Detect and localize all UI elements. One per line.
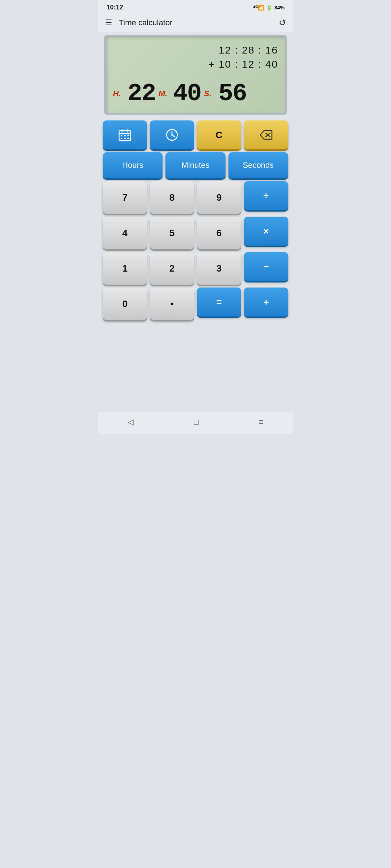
btn-add[interactable]: + — [244, 288, 288, 316]
svg-rect-7 — [121, 138, 122, 139]
status-bar: 10:12 ⁴ᴳ📶 🔋 84% — [98, 0, 293, 13]
svg-rect-6 — [127, 135, 129, 136]
home-nav-icon[interactable]: □ — [194, 417, 198, 427]
btn-multiply[interactable]: × — [244, 217, 288, 246]
calendar-icon — [118, 128, 131, 141]
seconds-label: Seconds — [243, 161, 274, 170]
history-icon[interactable]: ↺ — [279, 18, 286, 28]
svg-marker-14 — [260, 131, 272, 139]
minutes-label: M. — [159, 89, 170, 98]
btn-row-6: 0 • = + — [103, 288, 288, 320]
btn-4[interactable]: 4 — [103, 217, 147, 249]
btn-5[interactable]: 5 — [150, 217, 194, 249]
app-title: Time calculator — [119, 18, 279, 27]
seconds-value: 56 — [218, 81, 247, 106]
btn-0[interactable]: 0 — [103, 288, 147, 320]
backspace-button[interactable] — [244, 120, 288, 149]
btn-7[interactable]: 7 — [103, 181, 147, 214]
battery-percent: 84% — [274, 5, 285, 10]
clock-button[interactable] — [150, 120, 194, 149]
btn-equals[interactable]: = — [197, 288, 241, 316]
svg-rect-9 — [127, 138, 129, 139]
btn-row-5: 1 2 3 − — [103, 252, 288, 285]
btn-2[interactable]: 2 — [150, 252, 194, 285]
calculator-display: 12 : 28 : 16 + 10 : 12 : 40 H. 22 M. 40 … — [104, 35, 287, 115]
btn-row-2: Hours Minutes Seconds — [103, 152, 288, 178]
top-bar: ☰ Time calculator ↺ — [98, 13, 293, 32]
display-input-lines: 12 : 28 : 16 + 10 : 12 : 40 — [113, 43, 278, 71]
clock-icon — [165, 128, 178, 141]
btn-8[interactable]: 8 — [150, 181, 194, 214]
btn-row-1: C — [103, 120, 288, 149]
keypad: C Hours Minutes Seconds 7 8 9 — [98, 120, 293, 325]
svg-point-13 — [171, 134, 173, 136]
display-line-2: + 10 : 12 : 40 — [113, 57, 278, 71]
signal-icon: ⁴ᴳ📶 — [253, 5, 264, 10]
btn-9[interactable]: 9 — [197, 181, 241, 214]
btn-3[interactable]: 3 — [197, 252, 241, 285]
btn-1[interactable]: 1 — [103, 252, 147, 285]
display-line-1: 12 : 28 : 16 — [113, 43, 278, 57]
recents-nav-icon[interactable]: ≡ — [258, 417, 263, 427]
svg-rect-8 — [124, 138, 126, 139]
status-time: 10:12 — [106, 4, 123, 11]
calendar-button[interactable] — [103, 120, 147, 149]
hours-label: Hours — [122, 161, 143, 170]
btn-6[interactable]: 6 — [197, 217, 241, 249]
bottom-nav: ◁ □ ≡ — [98, 412, 293, 434]
backspace-icon — [260, 130, 273, 140]
back-nav-icon[interactable]: ◁ — [128, 417, 134, 427]
svg-rect-4 — [121, 135, 122, 136]
seconds-label: S. — [204, 89, 215, 98]
btn-row-4: 4 5 6 × — [103, 217, 288, 249]
clear-button[interactable]: C — [197, 120, 241, 149]
minutes-button[interactable]: Minutes — [165, 152, 225, 178]
btn-row-3: 7 8 9 ÷ — [103, 181, 288, 214]
display-result: H. 22 M. 40 S. 56 — [113, 81, 278, 106]
minutes-label: Minutes — [181, 161, 209, 170]
hours-label: H. — [113, 89, 125, 98]
svg-rect-5 — [124, 135, 126, 136]
hours-value: 22 — [127, 81, 156, 106]
btn-subtract[interactable]: − — [244, 252, 288, 281]
menu-icon[interactable]: ☰ — [105, 18, 112, 27]
btn-divide[interactable]: ÷ — [244, 181, 288, 210]
btn-dot[interactable]: • — [150, 288, 194, 320]
status-icons: ⁴ᴳ📶 🔋 84% — [253, 5, 285, 10]
hours-button[interactable]: Hours — [103, 152, 163, 178]
battery-icon: 🔋 — [266, 5, 272, 10]
clear-label: C — [216, 129, 223, 141]
seconds-button[interactable]: Seconds — [228, 152, 288, 178]
minutes-value: 40 — [173, 81, 201, 106]
